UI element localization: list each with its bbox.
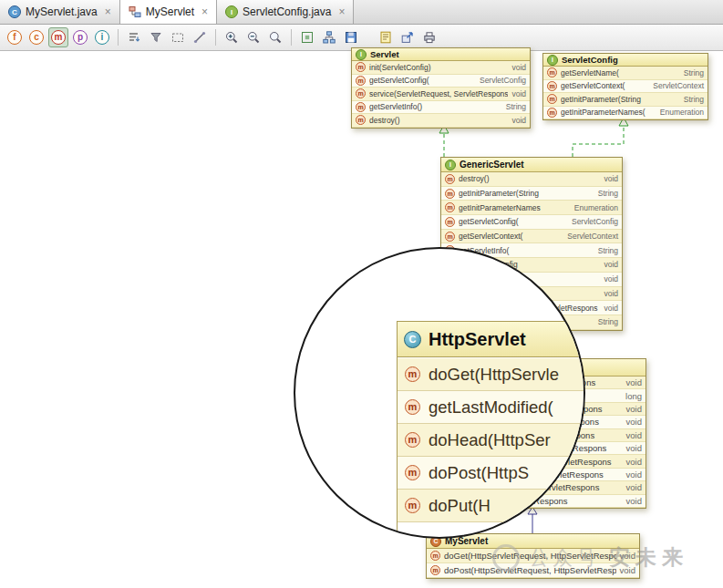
save-diagram-button[interactable] — [341, 27, 361, 47]
method-icon — [445, 202, 455, 212]
tab-myservlet-diagram[interactable]: MyServlet × — [120, 0, 217, 24]
method-icon — [405, 399, 420, 415]
toggle-methods-button[interactable]: m — [48, 27, 68, 47]
layout-icon — [322, 30, 336, 45]
toggle-properties-button[interactable]: p — [70, 27, 90, 47]
method-row[interactable]: init(ServletConfig) void — [352, 61, 530, 75]
method-row[interactable]: service(ServletRequest, ServletRespons v… — [352, 88, 530, 101]
tab-myservlet-java[interactable]: MyServlet.java × — [0, 0, 120, 24]
method-icon — [405, 366, 420, 382]
method-icon — [405, 498, 420, 513]
tab-label: MyServlet — [146, 5, 194, 18]
method-icon — [405, 465, 420, 480]
export-icon — [400, 30, 415, 45]
class-title: GenericServlet — [460, 160, 524, 170]
class-box-servletconfig[interactable]: ServletConfig getServletName( String get… — [542, 53, 708, 120]
method-icon — [405, 432, 420, 448]
method-icon — [356, 62, 366, 72]
class-header[interactable]: ServletConfig — [543, 54, 708, 67]
method-icon — [356, 102, 366, 112]
lens-method-row: doGet(HttpServle — [398, 358, 585, 391]
class-box-myservlet[interactable]: MyServlet doGet(HttpServletRequest, Http… — [426, 533, 640, 579]
fit-content-icon — [300, 30, 315, 45]
close-tab-icon[interactable]: × — [201, 6, 208, 17]
class-header[interactable]: Servlet — [352, 48, 530, 61]
visibility-level-icon — [127, 30, 141, 45]
print-icon — [422, 30, 437, 45]
zoom-out-button[interactable] — [243, 27, 263, 47]
filter-button[interactable] — [146, 27, 166, 47]
toolbar-separator — [215, 29, 216, 46]
tab-label: MyServlet.java — [26, 5, 98, 18]
method-row[interactable]: getServletContext( ServletContext — [543, 80, 708, 94]
tab-label: ServletConfig.java — [243, 5, 331, 18]
fields-icon: f — [7, 30, 22, 45]
class-header[interactable]: GenericServlet — [441, 158, 622, 172]
method-icon — [547, 108, 557, 118]
method-list: getServletName( String getServletContext… — [543, 67, 708, 119]
method-row[interactable]: destroy() void — [352, 114, 530, 128]
draw-edge-button[interactable] — [190, 27, 210, 47]
export-button[interactable] — [398, 27, 418, 47]
method-row[interactable]: getInitParameterNames( Enumeration — [543, 107, 708, 120]
properties-icon: p — [73, 30, 88, 45]
method-icon — [547, 94, 557, 104]
zoom-in-button[interactable] — [222, 27, 242, 47]
method-icon — [356, 88, 366, 98]
close-tab-icon[interactable]: × — [105, 6, 111, 17]
method-row[interactable]: doPost(HttpServletRequest, HttpServletRe… — [427, 563, 639, 578]
magnifier-lens: HttpServlet doGet(HttpServle getLastModi… — [294, 247, 585, 539]
toggle-inner-classes-button[interactable]: i — [92, 27, 112, 47]
fit-content-button[interactable] — [297, 27, 317, 47]
apply-layout-button[interactable] — [319, 27, 339, 47]
method-icon — [430, 565, 440, 575]
method-row[interactable]: doGet(HttpServletRequest, HttpServletRes… — [427, 549, 639, 563]
method-row[interactable]: getInitParameterNames Enumeration — [441, 201, 622, 215]
method-row[interactable]: getInitParameter(String String — [543, 93, 708, 107]
inner-classes-icon: i — [95, 30, 109, 45]
method-row[interactable]: getInitParameter(String String — [441, 187, 622, 201]
toggle-fields-button[interactable]: f — [5, 27, 25, 47]
method-row[interactable]: getServletContext( ServletContext — [441, 230, 622, 244]
toggle-constructors-button[interactable]: c — [26, 27, 46, 47]
method-icon — [430, 551, 440, 561]
diagonal-line-icon — [192, 30, 207, 45]
constructors-icon: c — [29, 30, 44, 45]
actual-size-button[interactable] — [265, 27, 285, 47]
method-row[interactable]: getServletConfig( ServletConfig — [352, 75, 530, 88]
class-box-servlet[interactable]: Servlet init(ServletConfig) void getServ… — [351, 47, 531, 129]
class-file-icon — [8, 5, 21, 18]
method-icon — [445, 174, 455, 184]
toolbar-separator — [291, 29, 292, 46]
tab-servletconfig-java[interactable]: ServletConfig.java × — [217, 0, 354, 24]
method-row[interactable]: getServletName( String — [543, 67, 708, 80]
show-dependencies-button[interactable] — [168, 27, 188, 47]
interface-icon — [445, 160, 456, 170]
toolbar-separator — [118, 29, 119, 46]
class-icon — [404, 331, 421, 348]
method-row[interactable]: destroy() void — [441, 172, 622, 187]
lens-method-row: getLastModified( — [398, 391, 585, 424]
method-icon — [445, 189, 455, 199]
method-icon — [547, 67, 557, 77]
notes-button[interactable] — [376, 27, 396, 47]
methods-icon: m — [51, 30, 66, 45]
lens-class-header: HttpServlet — [398, 321, 585, 357]
method-row[interactable]: getServletInfo() String — [352, 101, 530, 115]
class-title: Servlet — [370, 49, 399, 59]
method-list: init(ServletConfig) void getServletConfi… — [352, 61, 530, 128]
method-row[interactable]: getServletConfig( ServletConfig — [441, 215, 622, 230]
method-icon — [356, 76, 366, 86]
print-button[interactable] — [419, 27, 439, 47]
zoom-in-icon — [224, 30, 239, 45]
method-list: doGet(HttpServletRequest, HttpServletRes… — [427, 549, 639, 578]
editor-tab-bar: MyServlet.java × MyServlet × ServletConf… — [0, 0, 723, 25]
method-icon — [356, 115, 366, 125]
visibility-level-button[interactable] — [124, 27, 144, 47]
actual-size-icon — [268, 30, 283, 45]
interface-icon — [547, 55, 558, 66]
interface-file-icon — [225, 5, 238, 18]
dashed-box-icon — [170, 30, 185, 45]
zoom-out-icon — [246, 30, 261, 45]
close-tab-icon[interactable]: × — [338, 6, 345, 17]
